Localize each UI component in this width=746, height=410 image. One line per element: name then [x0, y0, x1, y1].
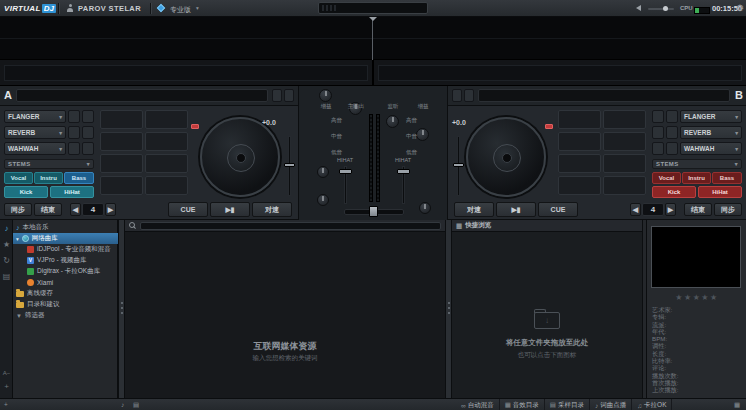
deck-a-fx-1-button[interactable] [82, 110, 94, 123]
quick-browse-body[interactable]: ↓ 将任意文件夹拖放至此处 也可以点击下面图标 [452, 232, 642, 398]
deck-b-fx-3-button[interactable] [652, 142, 664, 155]
deck-a-fx-2-select[interactable]: REVERB ▾ [4, 126, 66, 139]
channel-a-fader-handle[interactable] [339, 169, 352, 174]
playlist-icon[interactable]: ♪ [121, 401, 124, 408]
sidebar-item-folders[interactable]: 目录和建议 [13, 299, 118, 310]
deck-a-jog-wheel[interactable] [200, 117, 280, 197]
sidebar-item-local-music[interactable]: ♪ 本地音乐 [13, 222, 118, 233]
deck-a-pad-4[interactable] [145, 132, 188, 151]
volume-slider-handle[interactable] [663, 6, 668, 11]
search-input[interactable] [140, 222, 441, 230]
deck-a-pad-5[interactable] [100, 154, 143, 173]
mixer-phones-knob[interactable] [386, 115, 399, 128]
deck-a-fx-2-button[interactable] [82, 126, 94, 139]
deck-b-header-button[interactable] [452, 89, 462, 102]
deck-b-pad-7[interactable] [558, 176, 601, 195]
deck-b-pad-5[interactable] [558, 154, 601, 173]
deck-b-pitch-handle[interactable] [453, 163, 464, 167]
deck-b-fx-2-button[interactable] [652, 126, 664, 139]
deck-b-stem-vocal[interactable]: Vocal [652, 172, 681, 184]
deck-a-overview-wave[interactable] [4, 65, 368, 81]
deck-b-stem-bass[interactable]: Bass [712, 172, 742, 184]
deck-b-match-button[interactable]: 对速 [454, 202, 494, 217]
deck-b-sync-button[interactable]: 同步 [714, 203, 742, 216]
center-splitter[interactable] [445, 220, 452, 398]
deck-b-fx-1-button[interactable] [652, 110, 664, 123]
karaoke-panel-button[interactable]: ♫ 卡拉OK [632, 399, 672, 410]
sidebar-item-online-library[interactable]: ▾ 网络曲库 [13, 233, 118, 244]
mixer-gain-a-knob[interactable] [319, 89, 332, 102]
automix-panel-button[interactable]: ∞ 自动混音 [456, 399, 500, 410]
deck-b-play-button[interactable]: ▶▮ [496, 202, 536, 217]
deck-b-jog-wheel[interactable] [466, 117, 546, 197]
deck-b-keylock-indicator[interactable] [545, 124, 553, 129]
rating-stars[interactable]: ★★★★★ [647, 293, 746, 302]
deck-a-stem-instru[interactable]: Instru [34, 172, 63, 184]
view-list-icon[interactable]: ▤ [133, 401, 139, 409]
add-icon[interactable]: + [0, 382, 13, 391]
deck-a-pad-6[interactable] [145, 154, 188, 173]
user-name[interactable]: PAROV STELAR [78, 4, 141, 13]
deck-a-fx-2-button[interactable] [68, 126, 80, 139]
deck-a-pad-1[interactable] [100, 110, 143, 129]
speaker-icon[interactable] [636, 5, 641, 11]
requests-panel-button[interactable]: ♪ 词曲点播 [590, 399, 632, 410]
eq-a-high-knob[interactable] [317, 166, 329, 178]
channel-b-fader-handle[interactable] [397, 169, 410, 174]
deck-a-cue-button[interactable]: CUE [168, 202, 208, 217]
deck-b-fx-3-button[interactable] [666, 142, 678, 155]
deck-a-fx-1-select[interactable]: FLANGER ▾ [4, 110, 66, 123]
sidebar-item-offline-cache[interactable]: 离线缓存 [13, 288, 118, 299]
eq-a-mid-knob[interactable] [317, 194, 329, 206]
deck-a-end-button[interactable]: 结束 [34, 203, 62, 216]
deck-a-fx-3-select[interactable]: WAHWAH ▾ [4, 142, 66, 155]
deck-b-header-button[interactable] [464, 89, 474, 102]
deck-b-pad-1[interactable] [558, 110, 601, 129]
deck-a-pitch-handle[interactable] [284, 163, 295, 167]
deck-b-loop-halve-button[interactable]: ◀ [630, 203, 641, 216]
deck-b-fx-1-button[interactable] [666, 110, 678, 123]
deck-a-play-button[interactable]: ▶▮ [210, 202, 250, 217]
deck-b-fx-2-button[interactable] [666, 126, 678, 139]
deck-b-pad-4[interactable] [603, 132, 646, 151]
deck-b-stems-header[interactable]: STEMS ▾ [652, 159, 742, 169]
deck-b-overview-wave[interactable] [378, 65, 742, 81]
sidebar-item-vjpro[interactable]: V VJPro - 视频曲库 [13, 255, 118, 266]
deck-b-cue-button[interactable]: CUE [538, 202, 578, 217]
add-folder-icon[interactable]: + [4, 401, 8, 408]
deck-b-stem-kick[interactable]: Kick [652, 186, 696, 198]
deck-b-pad-3[interactable] [558, 132, 601, 151]
deck-a-match-button[interactable]: 对速 [252, 202, 292, 217]
deck-b-pad-2[interactable] [603, 110, 646, 129]
deck-a-fx-1-button[interactable] [68, 110, 80, 123]
rhythm-wave[interactable] [0, 17, 746, 60]
sidebar-item-xiami[interactable]: Xiami [13, 277, 118, 288]
deck-b-stem-hihat[interactable]: HiHat [698, 186, 742, 198]
sidebar-item-idjpool[interactable]: iDJPool - 专业音频和混音 [13, 244, 118, 255]
deck-a-stem-vocal[interactable]: Vocal [4, 172, 33, 184]
deck-a-loop-halve-button[interactable]: ◀ [70, 203, 81, 216]
deck-a-pad-8[interactable] [145, 176, 188, 195]
deck-a-fx-3-button[interactable] [68, 142, 80, 155]
music-library-icon[interactable]: ♪ [0, 224, 13, 233]
playlists-icon[interactable]: ▤ [0, 272, 13, 281]
effects-folder-button[interactable]: ▦ 音效目录 [500, 399, 545, 410]
sidebar-item-digitrax[interactable]: Digitrax - 卡拉OK曲库 [13, 266, 118, 277]
deck-a-stem-bass[interactable]: Bass [64, 172, 94, 184]
deck-a-header-button[interactable] [284, 89, 294, 102]
deck-a-loop-double-button[interactable]: ▶ [105, 203, 116, 216]
sidebar-item-filters[interactable]: ▼ 筛选器 [13, 310, 118, 321]
deck-a-stems-header[interactable]: STEMS ▾ [4, 159, 94, 169]
edition-label[interactable]: 专业版 [170, 5, 191, 15]
settings-gear-icon[interactable]: ⚙ [736, 4, 744, 13]
deck-b-pad-8[interactable] [603, 176, 646, 195]
deck-a-pad-3[interactable] [100, 132, 143, 151]
master-volume-slider[interactable] [648, 8, 674, 10]
deck-b-pad-6[interactable] [603, 154, 646, 173]
favorites-star-icon[interactable]: ★ [0, 240, 13, 249]
deck-b-end-button[interactable]: 结束 [684, 203, 712, 216]
deck-b-fx-1-select[interactable]: FLANGER ▾ [680, 110, 742, 123]
deck-a-header-button[interactable] [272, 89, 282, 102]
sampler-folder-button[interactable]: ▤ 采样目录 [545, 399, 590, 410]
text-size-icon[interactable]: A− [0, 370, 13, 376]
